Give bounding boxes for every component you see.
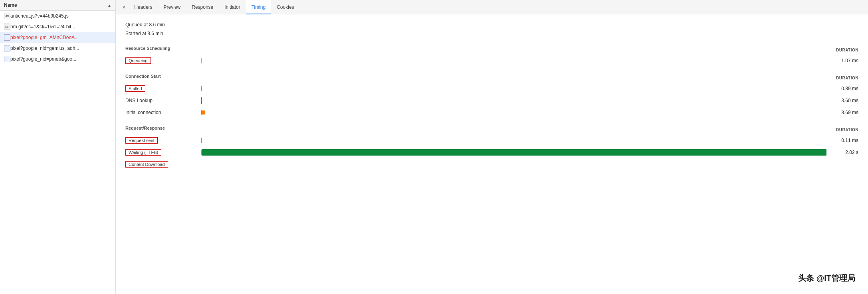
file-name-label: pixel?google_gm=AMnCDooA...: [10, 35, 79, 40]
file-panel-header: Name ▲: [0, 0, 115, 11]
tab-cookies[interactable]: Cookies: [271, 0, 299, 14]
section-connection-start: Connection StartDURATIONStalled0.89 msDN…: [125, 74, 858, 118]
file-item[interactable]: pixel?google_gm=AMnCDooA...: [0, 32, 115, 43]
timing-row-label: Queueing: [125, 57, 201, 64]
name-column-header: Name: [4, 2, 17, 8]
tab-response[interactable]: Response: [186, 0, 219, 14]
timing-duration-value: 0.89 ms: [826, 86, 858, 91]
pixel-file-icon: [4, 34, 10, 41]
timing-label-boxed: Waiting (TTFB): [125, 149, 161, 156]
timing-row-label: Content Download: [125, 161, 201, 168]
timing-row: Queueing1.07 ms: [125, 55, 858, 67]
detail-panel: × HeadersPreviewResponseInitiatorTimingC…: [116, 0, 868, 294]
file-item[interactable]: JSanticheat.js?v=44b9b245.js: [0, 11, 115, 22]
duration-column-header: DURATION: [836, 128, 858, 132]
pixel-file-icon: [4, 45, 10, 51]
timing-row-label: Waiting (TTFB): [125, 149, 201, 156]
timing-row: Waiting (TTFB)2.02 s: [125, 146, 858, 158]
tab-timing[interactable]: Timing: [246, 0, 271, 14]
gif-file-icon: GIF: [4, 24, 10, 30]
timing-tick-line: [201, 86, 202, 91]
timing-row-label: DNS Lookup: [125, 98, 201, 103]
timing-bar-area: [201, 134, 826, 146]
tabs-bar: × HeadersPreviewResponseInitiatorTimingC…: [116, 0, 868, 14]
timing-content: Queued at 8.6 min Started at 8.6 min Res…: [116, 14, 868, 294]
timing-bar-area: [201, 158, 826, 170]
timing-row: Request sent0.11 ms: [125, 134, 858, 146]
file-item[interactable]: GIFhm.gif?cc=1&ck=1&cl=24-bit...: [0, 22, 115, 32]
timing-duration-value: 0.11 ms: [826, 138, 858, 143]
file-item[interactable]: pixel?google_nid=gemius_adh...: [0, 43, 115, 54]
duration-column-header: DURATION: [836, 76, 858, 80]
file-panel: Name ▲ JSanticheat.js?v=44b9b245.jsGIFhm…: [0, 0, 116, 294]
section-header-row: Resource SchedulingDURATION: [125, 46, 858, 54]
timing-bar-area: [201, 95, 826, 107]
tabs-container: HeadersPreviewResponseInitiatorTimingCoo…: [129, 0, 299, 14]
timing-row-label: Request sent: [125, 137, 201, 144]
timing-row-label: Stalled: [125, 85, 201, 92]
timing-row: DNS Lookup3.60 ms: [125, 95, 858, 107]
timing-bar-area: [201, 107, 826, 118]
started-label: Started at 8.6 min: [125, 30, 858, 38]
timing-label-boxed: Stalled: [125, 85, 145, 92]
timing-duration-value: 1.07 ms: [826, 58, 858, 63]
duration-column-header: DURATION: [836, 48, 858, 52]
timing-row-label: Initial connection: [125, 110, 201, 115]
tab-initiator[interactable]: Initiator: [219, 0, 246, 14]
timing-duration-value: 3.60 ms: [826, 98, 858, 103]
timing-duration-value: 2.02 s: [826, 150, 858, 155]
tab-preview[interactable]: Preview: [158, 0, 186, 14]
pixel-file-icon: [4, 56, 10, 62]
file-item[interactable]: pixel?google_nid=pmeb&goo...: [0, 54, 115, 65]
file-name-label: pixel?google_nid=gemius_adh...: [10, 45, 79, 51]
timing-bar-area: [201, 146, 826, 158]
timing-tick-line: [201, 138, 202, 143]
timing-tick-pre: [201, 150, 202, 155]
file-name-label: anticheat.js?v=44b9b245.js: [10, 13, 69, 19]
timing-meta: Queued at 8.6 min Started at 8.6 min: [125, 21, 858, 38]
timing-tick-pre: [201, 110, 202, 115]
close-panel-button[interactable]: ×: [119, 0, 129, 14]
file-list: JSanticheat.js?v=44b9b245.jsGIFhm.gif?cc…: [0, 11, 115, 294]
timing-sections: Resource SchedulingDURATIONQueueing1.07 …: [125, 46, 858, 170]
timing-row: Initial connection8.69 ms: [125, 107, 858, 118]
timing-bar-orange: [202, 110, 205, 114]
section-header-row: Request/ResponseDURATION: [125, 126, 858, 134]
timing-tick-teal: [201, 97, 202, 104]
section-title: Resource Scheduling: [125, 46, 170, 51]
timing-row: Content Download: [125, 158, 858, 170]
file-name-label: pixel?google_nid=pmeb&goo...: [10, 56, 76, 62]
timing-duration-value: 8.69 ms: [826, 110, 858, 115]
section-title: Request/Response: [125, 126, 165, 130]
timing-label-boxed: Request sent: [125, 137, 158, 144]
section-header-row: Connection StartDURATION: [125, 74, 858, 82]
watermark: 头条 @IT管理局: [793, 270, 860, 286]
timing-tick-queueing: [201, 58, 202, 63]
timing-label-boxed: Queueing: [125, 57, 151, 64]
timing-bar-green: [202, 149, 826, 156]
timing-bar-area: [201, 55, 826, 67]
timing-bar-area: [201, 83, 826, 95]
queued-label: Queued at 8.6 min: [125, 21, 858, 30]
sort-arrow-icon: ▲: [107, 3, 111, 8]
js-file-icon: JS: [4, 13, 10, 19]
timing-label-boxed: Content Download: [125, 161, 168, 168]
section-request-response: Request/ResponseDURATIONRequest sent0.11…: [125, 126, 858, 170]
section-resource-scheduling: Resource SchedulingDURATIONQueueing1.07 …: [125, 46, 858, 67]
timing-row: Stalled0.89 ms: [125, 83, 858, 95]
tab-headers[interactable]: Headers: [129, 0, 158, 14]
section-title: Connection Start: [125, 74, 161, 79]
file-name-label: hm.gif?cc=1&ck=1&cl=24-bit...: [10, 24, 75, 30]
